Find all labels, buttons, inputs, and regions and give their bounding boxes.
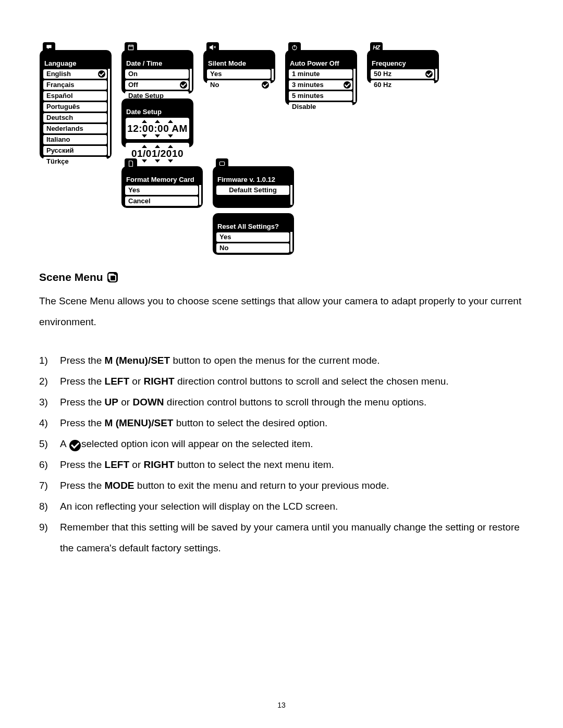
- menu-options: Yes Cancel: [121, 186, 203, 209]
- language-icon: [43, 42, 55, 53]
- opt-1min[interactable]: 1 minute: [289, 69, 352, 79]
- page-number: 13: [0, 701, 563, 709]
- opt-yes[interactable]: Yes: [216, 232, 289, 242]
- sdcard-icon: [125, 158, 137, 169]
- menu-reset: Reset All Settings? Yes No: [213, 213, 294, 255]
- opt-off[interactable]: Off: [125, 80, 189, 90]
- check-icon: [180, 81, 187, 89]
- opt-english[interactable]: English: [43, 69, 107, 79]
- svg-rect-1: [219, 162, 224, 166]
- opt-3min[interactable]: 3 minutes: [289, 80, 352, 90]
- check-icon: [344, 81, 351, 89]
- scrollbar: [199, 185, 201, 205]
- opt-nederlands[interactable]: Nederlands: [43, 124, 107, 133]
- check-icon: [425, 70, 433, 78]
- menu-options: Yes No: [203, 69, 275, 93]
- opt-no[interactable]: No: [216, 243, 289, 253]
- opt-60hz[interactable]: 60 Hz: [371, 80, 434, 90]
- menu-title: Firmware v. 1.0.12: [213, 176, 294, 186]
- check-icon: [262, 81, 269, 89]
- calendar-icon: [125, 42, 137, 53]
- step-8: An icon reflecting your selection will d…: [39, 496, 525, 517]
- step-5: A selected option icon will appear on th…: [39, 434, 525, 454]
- menu-datetime: Date / Time On Off Date Setup: [121, 50, 193, 94]
- scrollbar: [353, 69, 356, 102]
- scrollbar: [108, 69, 110, 156]
- opt-turkce[interactable]: Türkçe: [43, 157, 107, 166]
- opt-disable[interactable]: Disable: [289, 102, 352, 112]
- scrollbar: [435, 69, 437, 80]
- step-9: Remember that this setting will be saved…: [39, 517, 525, 559]
- steps-list: Press the M (Menu)/SET button to open th…: [39, 350, 525, 559]
- opt-deutsch[interactable]: Deutsch: [43, 113, 107, 122]
- scrollbar: [290, 185, 292, 205]
- scrollbar: [290, 232, 292, 252]
- step-1: Press the M (Menu)/SET button to open th…: [39, 350, 525, 371]
- mute-icon: [206, 42, 219, 53]
- opt-portugues[interactable]: Português: [43, 102, 107, 112]
- menu-language: Language English Français Español Portug…: [40, 50, 112, 159]
- menu-title: Date / Time: [121, 59, 193, 69]
- step-4: Press the M (MENU)/SET button to select …: [39, 413, 525, 434]
- intro-text: The Scene Menu allows you to choose scen…: [39, 291, 525, 332]
- scene-icon: [107, 272, 118, 282]
- opt-yes[interactable]: Yes: [125, 186, 198, 195]
- heading-scene-menu: Scene Menu: [39, 271, 525, 283]
- opt-no[interactable]: No: [207, 80, 271, 90]
- step-6: Press the LEFT or RIGHT button to select…: [39, 454, 525, 475]
- opt-cancel[interactable]: Cancel: [125, 196, 198, 206]
- menu-title: Reset All Settings?: [213, 223, 294, 232]
- opt-yes[interactable]: Yes: [207, 69, 271, 79]
- opt-5min[interactable]: 5 minutes: [289, 91, 352, 101]
- menu-options: 50 Hz 60 Hz: [367, 69, 439, 93]
- opt-50hz[interactable]: 50 Hz: [371, 69, 434, 79]
- opt-russian[interactable]: Русский: [43, 146, 107, 155]
- opt-espanol[interactable]: Español: [43, 91, 107, 101]
- menu-title: Language: [40, 59, 112, 69]
- menu-silent: Silent Mode Yes No: [203, 50, 275, 83]
- time-field[interactable]: 12:00:00 AM: [126, 118, 189, 139]
- menu-title: Silent Mode: [203, 59, 275, 69]
- opt-on[interactable]: On: [125, 69, 189, 79]
- menu-title: Format Memory Card: [121, 176, 203, 186]
- hz-icon: HZ: [370, 42, 383, 53]
- step-2: Press the LEFT or RIGHT direction contro…: [39, 371, 525, 392]
- menu-options: Yes No: [213, 232, 294, 256]
- scrollbar: [272, 69, 274, 80]
- power-icon: [288, 42, 301, 53]
- menu-options: Default Setting: [213, 186, 294, 198]
- scrollbar: [190, 69, 192, 91]
- section-scene-menu: Scene Menu The Scene Menu allows you to …: [39, 271, 525, 559]
- opt-francais[interactable]: Français: [43, 80, 107, 90]
- menu-title: Auto Power Off: [285, 59, 357, 69]
- menu-frequency: HZ Frequency 50 Hz 60 Hz: [367, 50, 439, 83]
- menu-options: 1 minute 3 minutes 5 minutes Disable: [285, 69, 357, 115]
- step-7: Press the MODE button to exit the menu a…: [39, 475, 525, 496]
- check-icon: [98, 70, 105, 78]
- opt-italiano[interactable]: Italiano: [43, 135, 107, 144]
- opt-default[interactable]: Default Setting: [216, 186, 289, 195]
- step-3: Press the UP or DOWN direction control b…: [39, 392, 525, 413]
- menu-title: Date Setup: [121, 108, 193, 118]
- menu-format: Format Memory Card Yes Cancel: [121, 166, 203, 208]
- menu-autopoweroff: Auto Power Off 1 minute 3 minutes 5 minu…: [285, 50, 357, 105]
- check-icon: [69, 440, 81, 451]
- menu-options: English Français Español Português Deuts…: [40, 69, 112, 169]
- menu-title: Frequency: [367, 59, 439, 69]
- firmware-icon: [216, 158, 228, 169]
- menu-datesetup: Date Setup 12:00:00 AM 01/01/2010: [121, 98, 193, 147]
- menu-firmware: Firmware v. 1.0.12 Default Setting: [213, 166, 294, 208]
